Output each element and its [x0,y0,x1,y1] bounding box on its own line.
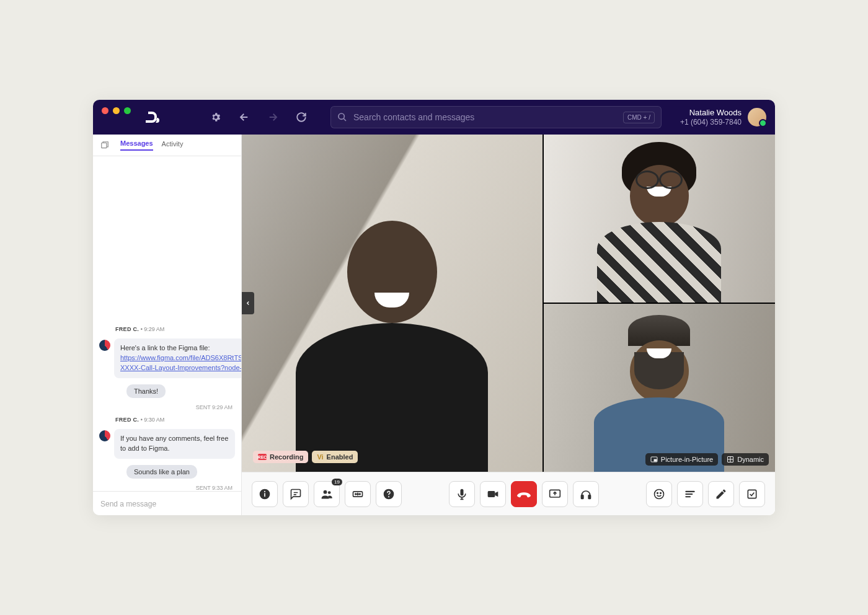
svg-rect-18 [582,495,583,498]
compose-input[interactable] [100,500,234,508]
call-toolbar: 19 [242,472,775,515]
video-tile-tertiary: Picture-in-Picture Dynamic [544,304,775,472]
svg-point-11 [355,493,356,495]
message-row: If you have any comments, feel free to a… [99,429,235,459]
search-bar[interactable]: CMD + / [330,106,662,128]
svg-rect-16 [488,491,495,497]
reply-bubble: Sounds like a plan [126,465,197,479]
svg-point-0 [339,113,344,119]
svg-rect-6 [264,493,265,497]
chat-button[interactable] [283,481,309,507]
user-info: Natalie Woods +1 (604) 359-7840 [680,108,742,126]
close-window-button[interactable] [102,107,108,114]
end-call-button[interactable] [511,481,537,507]
svg-point-20 [655,489,664,498]
dialpad-button[interactable] [345,481,371,507]
reply-bubble: Thanks! [126,384,166,398]
svg-rect-1 [102,143,107,148]
user-name: Natalie Woods [680,108,742,118]
video-tile-secondary [544,135,775,303]
user-avatar[interactable] [748,108,766,126]
screenshare-button[interactable] [542,481,568,507]
search-icon [337,112,347,122]
sent-timestamp: SENT 9:33 AM [99,485,235,491]
refresh-button[interactable] [291,107,312,128]
message-meta: FRED C. • 9:29 AM [99,326,235,332]
maximize-window-button[interactable] [124,107,131,114]
help-button[interactable] [376,481,402,507]
minimize-window-button[interactable] [113,107,120,114]
reactions-button[interactable] [646,481,672,507]
app-window: CMD + / Natalie Woods +1 (604) 359-7840 … [93,100,775,515]
sidebar-tabs: Messages Activity [93,135,241,156]
nav-back-button[interactable] [234,107,255,128]
svg-rect-19 [588,495,590,498]
message-bubble: If you have any comments, feel free to a… [114,429,235,459]
tasks-button[interactable] [739,481,765,507]
svg-point-22 [660,492,662,493]
reply-row: Sounds like a plan [99,465,235,479]
participants-count-badge: 19 [332,479,342,485]
collapse-sidebar-handle[interactable] [242,292,254,314]
record-icon: REC [258,454,267,460]
message-bubble: Here's a link to the Figma file: https:/… [114,338,241,378]
sent-timestamp: SENT 9:29 AM [99,404,235,410]
audio-settings-button[interactable] [573,481,599,507]
search-shortcut-hint: CMD + / [623,112,655,123]
nav-forward-button [262,107,283,128]
video-tile-main: REC Recording Vi Enabled [242,135,542,472]
message-meta: FRED C. • 9:30 AM [99,417,235,423]
dynamic-layout-toggle[interactable]: Dynamic [722,453,769,466]
sender-avatar [99,430,110,441]
notes-button[interactable] [677,481,703,507]
camera-button[interactable] [480,481,506,507]
figma-link[interactable]: https://www.figma.com/file/ADS6X8RtTSlH9… [120,354,241,371]
chat-sidebar: Messages Activity FRED C. • 9:29 AM Here… [93,135,242,515]
settings-button[interactable] [205,107,226,128]
user-menu[interactable]: Natalie Woods +1 (604) 359-7840 [680,108,766,126]
user-phone: +1 (604) 359-7840 [680,118,742,126]
svg-rect-23 [748,490,756,498]
participants-button[interactable]: 19 [314,481,340,507]
tab-activity[interactable]: Activity [162,140,184,150]
info-button[interactable] [252,481,278,507]
svg-point-15 [388,496,389,497]
message-row: Here's a link to the Figma file: https:/… [99,338,235,378]
vi-icon: Vi [317,453,323,461]
compose-area [93,491,241,515]
search-input[interactable] [353,112,617,122]
svg-point-21 [657,492,658,493]
reply-row: Thanks! [99,384,235,398]
recording-indicator: REC Recording [253,451,308,463]
svg-point-13 [360,493,361,495]
svg-rect-3 [654,459,657,461]
window-controls [102,107,131,114]
video-stage: REC Recording Vi Enabled [242,135,775,472]
titlebar: CMD + / Natalie Woods +1 (604) 359-7840 [93,100,775,135]
sender-avatar [99,340,110,351]
svg-point-8 [324,490,327,493]
vi-indicator: Vi Enabled [312,451,358,463]
svg-point-9 [328,491,331,494]
svg-point-7 [264,490,265,492]
tab-messages[interactable]: Messages [120,139,153,151]
main-area: REC Recording Vi Enabled [242,135,775,515]
panels-icon[interactable] [100,141,109,149]
annotate-button[interactable] [708,481,734,507]
messages-list: FRED C. • 9:29 AM Here's a link to the F… [93,156,241,491]
pip-toggle[interactable]: Picture-in-Picture [645,453,718,466]
mute-button[interactable] [449,481,475,507]
app-logo [146,112,161,123]
